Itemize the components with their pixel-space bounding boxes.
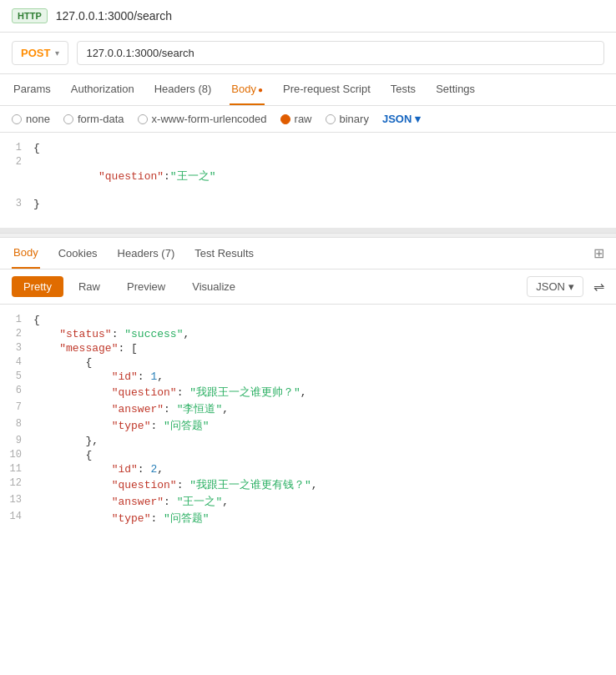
method-dropdown[interactable]: POST ▾ xyxy=(12,41,68,65)
response-tab-body[interactable]: Body xyxy=(12,238,40,269)
json-label: JSON xyxy=(382,113,412,125)
resp-line-14: 14 "type": "问答题" xyxy=(0,510,616,526)
response-format-label: JSON xyxy=(536,280,565,293)
response-actions: ⊞ xyxy=(593,245,604,261)
tab-tests[interactable]: Tests xyxy=(389,74,417,105)
resp-line-4: 4 { xyxy=(0,355,616,370)
option-form-data[interactable]: form-data xyxy=(63,113,124,125)
radio-formdata-icon xyxy=(63,114,73,124)
response-tab-testresults[interactable]: Test Results xyxy=(193,239,255,268)
resp-line-11: 11 "id": 2, xyxy=(0,462,616,476)
tab-authorization[interactable]: Authorization xyxy=(69,74,136,105)
radio-urlencoded-icon xyxy=(138,114,148,124)
request-body-editor[interactable]: 1 { 2 "question":"王一之" 3 } xyxy=(0,133,616,233)
resp-line-1: 1{ xyxy=(0,313,616,327)
option-urlencoded[interactable]: x-www-form-urlencoded xyxy=(138,113,267,125)
url-bar: HTTP 127.0.0.1:3000/search xyxy=(0,0,616,33)
request-bar: POST ▾ xyxy=(0,33,616,74)
method-chevron-icon: ▾ xyxy=(55,48,59,58)
request-tabs: Params Authorization Headers (8) Body● P… xyxy=(0,74,616,106)
tab-settings[interactable]: Settings xyxy=(434,74,477,105)
format-preview[interactable]: Preview xyxy=(115,276,177,297)
resp-line-12: 12 "question": "我跟王一之谁更有钱？", xyxy=(0,476,616,493)
resp-line-2: 2 "status": "success", xyxy=(0,327,616,341)
format-visualize[interactable]: Visualize xyxy=(180,276,247,297)
response-format-dropdown[interactable]: JSON ▾ xyxy=(527,276,583,297)
req-line-1: 1 { xyxy=(0,141,616,155)
option-form-data-label: form-data xyxy=(78,113,124,125)
resp-line-7: 7 "answer": "李恒道", xyxy=(0,400,616,417)
body-options: none form-data x-www-form-urlencoded raw… xyxy=(0,106,616,133)
response-tab-cookies[interactable]: Cookies xyxy=(57,239,99,268)
response-tab-headers[interactable]: Headers (7) xyxy=(116,239,177,268)
format-raw[interactable]: Raw xyxy=(67,276,112,297)
url-input[interactable] xyxy=(77,41,604,65)
resp-line-13: 13 "answer": "王一之", xyxy=(0,493,616,510)
option-binary-label: binary xyxy=(340,113,369,125)
radio-raw-icon xyxy=(280,114,290,124)
option-urlencoded-label: x-www-form-urlencoded xyxy=(152,113,267,125)
method-label: POST xyxy=(21,47,50,59)
wrap-icon[interactable]: ⇌ xyxy=(593,279,604,295)
req-line-3: 3 } xyxy=(0,197,616,211)
copy-icon[interactable]: ⊞ xyxy=(593,245,604,261)
option-binary[interactable]: binary xyxy=(326,113,369,125)
option-none-label: none xyxy=(26,113,50,125)
tab-headers[interactable]: Headers (8) xyxy=(153,74,214,105)
format-pretty[interactable]: Pretty xyxy=(12,276,63,297)
response-tabs: Body Cookies Headers (7) Test Results ⊞ xyxy=(0,238,616,269)
response-format-chevron-icon: ▾ xyxy=(568,280,574,293)
radio-none-icon xyxy=(12,114,22,124)
resp-line-5: 5 "id": 1, xyxy=(0,370,616,384)
tab-params[interactable]: Params xyxy=(12,74,53,105)
url-bar-text: 127.0.0.1:3000/search xyxy=(56,9,172,23)
response-format-bar: Pretty Raw Preview Visualize JSON ▾ ⇌ xyxy=(0,269,616,305)
radio-binary-icon xyxy=(326,114,336,124)
option-raw[interactable]: raw xyxy=(280,113,312,125)
json-dropdown[interactable]: JSON ▾ xyxy=(382,113,421,125)
json-chevron-icon: ▾ xyxy=(415,113,421,125)
resp-line-8: 8 "type": "问答题" xyxy=(0,417,616,434)
option-none[interactable]: none xyxy=(12,113,50,125)
resp-line-10: 10 { xyxy=(0,448,616,462)
option-raw-label: raw xyxy=(295,113,312,125)
http-badge: HTTP xyxy=(12,8,48,23)
resp-line-6: 6 "question": "我跟王一之谁更帅？", xyxy=(0,384,616,400)
response-body-viewer: 1{2 "status": "success",3 "message": [4 … xyxy=(0,305,616,538)
req-line-2: 2 "question":"王一之" xyxy=(0,155,616,197)
resp-line-3: 3 "message": [ xyxy=(0,341,616,355)
tab-prerequest[interactable]: Pre-request Script xyxy=(281,74,372,105)
resp-line-9: 9 }, xyxy=(0,434,616,448)
tab-body[interactable]: Body● xyxy=(230,74,265,105)
